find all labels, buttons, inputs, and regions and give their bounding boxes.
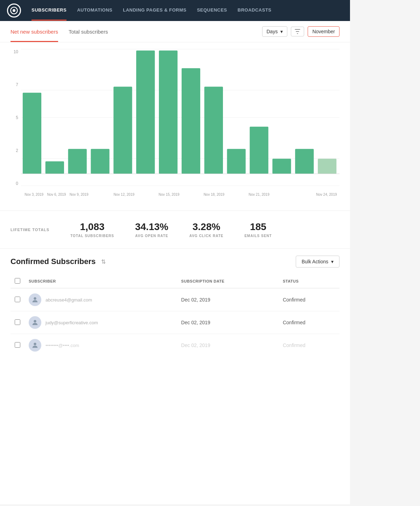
email-2: judy@superficreative.com xyxy=(46,320,98,325)
tabs-row: Net new subscribers Total subscribers Da… xyxy=(0,21,350,42)
user-icon xyxy=(31,296,39,304)
subscribers-title: Confirmed Subscribers xyxy=(10,257,96,266)
total-subscribers-label: TOTAL SUBSCRIBERS xyxy=(70,234,114,238)
emails-sent-label: EMAILS SENT xyxy=(244,234,272,238)
row-checkbox-2[interactable] xyxy=(15,319,20,325)
nav-automations[interactable]: AUTOMATIONS xyxy=(77,0,112,21)
bar-11 xyxy=(250,127,268,174)
nav-items: SUBSCRIBERS AUTOMATIONS LANDING PAGES & … xyxy=(31,0,272,21)
tab-net-new[interactable]: Net new subscribers xyxy=(10,21,58,42)
nav-landing-pages[interactable]: LANDING PAGES & FORMS xyxy=(123,0,186,21)
total-subscribers-value: 1,083 xyxy=(70,221,114,233)
th-subscriber: SUBSCRIBER xyxy=(24,275,177,288)
stat-emails-sent: 185 EMAILS SENT xyxy=(244,221,272,238)
tab-controls: Days ▾ November xyxy=(262,26,340,37)
x-label-2: Nov 6, 2019 xyxy=(45,193,68,196)
svg-point-1 xyxy=(13,9,15,12)
stats-section: LIFETIME TOTALS 1,083 TOTAL SUBSCRIBERS … xyxy=(0,210,350,249)
chevron-down-icon: ▾ xyxy=(331,259,334,264)
bar-3 xyxy=(68,149,87,174)
y-label-7: 7 xyxy=(10,82,21,87)
main-content: Net new subscribers Total subscribers Da… xyxy=(0,21,350,504)
status-1: Confirmed xyxy=(279,288,340,311)
x-label-11: Nov 21, 2019 xyxy=(248,193,270,196)
tab-total[interactable]: Total subscribers xyxy=(69,21,108,42)
bar-4 xyxy=(91,149,109,174)
row-checkbox-3[interactable] xyxy=(15,342,20,348)
date-1: Dec 02, 2019 xyxy=(177,288,279,311)
x-label-12 xyxy=(270,193,293,196)
y-axis: 0 2 5 7 10 xyxy=(10,49,21,196)
avatar-1 xyxy=(29,293,41,306)
x-label-6 xyxy=(135,193,158,196)
stat-avg-click-rate: 3.28% AVG CLICK RATE xyxy=(189,221,224,238)
bar-8 xyxy=(182,68,200,174)
row-check-1 xyxy=(10,288,24,311)
logo[interactable] xyxy=(7,4,21,18)
bar-10 xyxy=(227,149,246,174)
y-label-0: 0 xyxy=(10,181,21,186)
avatar-3 xyxy=(29,339,41,352)
table-row: judy@superficreative.com Dec 02, 2019 Co… xyxy=(10,311,340,334)
email-3: ••••••••@••••.com xyxy=(46,343,79,348)
bulk-actions-button[interactable]: Bulk Actions ▾ xyxy=(296,256,340,268)
avg-open-rate-label: AVG OPEN RATE xyxy=(135,234,168,238)
status-3: Confirmed xyxy=(279,334,340,357)
user-icon xyxy=(31,341,39,349)
avg-click-rate-label: AVG CLICK RATE xyxy=(189,234,224,238)
days-dropdown[interactable]: Days ▾ xyxy=(262,26,288,37)
x-label-7: Nov 15, 2019 xyxy=(158,193,180,196)
x-label-14: Nov 24, 2019 xyxy=(315,193,338,196)
x-labels: Nov 3, 2019 Nov 6, 2019 Nov 9, 2019 Nov … xyxy=(21,193,340,196)
email-1: abcreuse4@gmail.com xyxy=(46,297,92,303)
filter-button[interactable] xyxy=(291,27,304,36)
nav-sequences[interactable]: SEQUENCES xyxy=(197,0,227,21)
x-label-1: Nov 3, 2019 xyxy=(23,193,45,196)
x-label-8 xyxy=(180,193,203,196)
bar-2 xyxy=(46,161,64,174)
user-icon xyxy=(31,319,39,326)
svg-point-3 xyxy=(34,297,36,300)
chevron-down-icon: ▾ xyxy=(280,29,283,34)
row-check-3 xyxy=(10,334,24,357)
bar-14 xyxy=(318,159,336,174)
bar-12 xyxy=(272,159,291,174)
bar-1 xyxy=(23,93,41,174)
table-row: abcreuse4@gmail.com Dec 02, 2019 Confirm… xyxy=(10,288,340,311)
date-picker-button[interactable]: November xyxy=(308,26,340,37)
select-all-checkbox[interactable] xyxy=(15,278,20,284)
x-label-4 xyxy=(90,193,113,196)
row-checkbox-1[interactable] xyxy=(15,297,20,302)
subscribers-header: Confirmed Subscribers ⇅ Bulk Actions ▾ xyxy=(10,256,340,268)
x-label-9: Nov 18, 2019 xyxy=(203,193,225,196)
date-3: Dec 02, 2019 xyxy=(177,334,279,357)
emails-sent-value: 185 xyxy=(244,221,272,233)
nav-subscribers[interactable]: SUBSCRIBERS xyxy=(31,0,66,21)
subscriber-cell-3: ••••••••@••••.com xyxy=(24,334,177,357)
subscribers-section: Confirmed Subscribers ⇅ Bulk Actions ▾ S… xyxy=(0,249,350,363)
subscribers-table: SUBSCRIBER SUBSCRIPTION DATE STATUS xyxy=(10,275,340,356)
bars-chart xyxy=(21,49,340,196)
chart-container: 0 2 5 7 10 xyxy=(10,49,340,196)
bar-9 xyxy=(204,87,223,174)
svg-point-5 xyxy=(34,343,36,345)
bulk-actions-label: Bulk Actions xyxy=(302,259,328,264)
table-row: ••••••••@••••.com Dec 02, 2019 Confirmed xyxy=(10,334,340,357)
chart-section: 0 2 5 7 10 xyxy=(0,42,350,207)
avatar-2 xyxy=(29,316,41,329)
avg-click-rate-value: 3.28% xyxy=(189,221,224,233)
stat-avg-open-rate: 34.13% AVG OPEN RATE xyxy=(135,221,168,238)
status-2: Confirmed xyxy=(279,311,340,334)
x-label-3: Nov 9, 2019 xyxy=(68,193,90,196)
bar-5 xyxy=(113,87,132,174)
subscriber-cell-1: abcreuse4@gmail.com xyxy=(24,288,177,311)
row-check-2 xyxy=(10,311,24,334)
bar-6 xyxy=(136,50,155,174)
navigation: SUBSCRIBERS AUTOMATIONS LANDING PAGES & … xyxy=(0,0,350,21)
th-date: SUBSCRIPTION DATE xyxy=(177,275,279,288)
sort-icon[interactable]: ⇅ xyxy=(101,258,106,265)
bar-7 xyxy=(159,50,177,174)
th-status: STATUS xyxy=(279,275,340,288)
nav-broadcasts[interactable]: BROADCASTS xyxy=(238,0,272,21)
avg-open-rate-value: 34.13% xyxy=(135,221,168,233)
